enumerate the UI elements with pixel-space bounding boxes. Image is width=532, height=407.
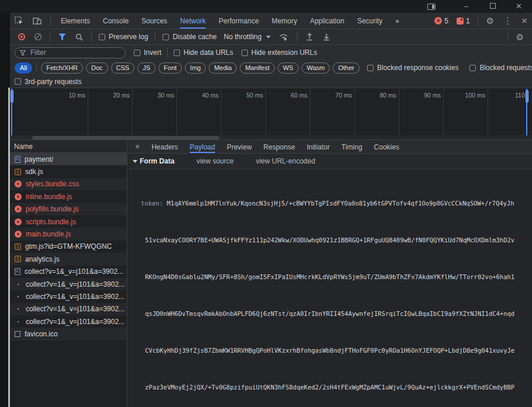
request-row-collect-2[interactable]: collect?v=1&_v=j101&a=3902... xyxy=(10,278,127,290)
console-errors-badge[interactable]: × 5 xyxy=(434,17,448,25)
window-minimize-button[interactable]: – xyxy=(453,0,479,13)
kebab-menu-icon[interactable]: ⋮ xyxy=(503,16,512,25)
request-row-gtm[interactable]: {} gtm.js?id=GTM-KFWQGNC xyxy=(10,241,127,253)
image-icon xyxy=(15,331,20,337)
request-row-styles-bundle[interactable]: × styles.bundle.css xyxy=(10,178,127,190)
request-row-collect-1[interactable]: collect?v=1&_v=j101&a=3902... xyxy=(10,266,127,278)
view-url-encoded-link[interactable]: view URL-encoded xyxy=(256,157,315,165)
chip-fetch-xhr[interactable]: Fetch/XHR xyxy=(41,62,83,74)
request-row-favicon[interactable]: favicon.ico xyxy=(10,328,127,340)
record-network-log-button[interactable] xyxy=(18,33,25,40)
network-overview-timeline[interactable]: 10 ms 20 ms 30 ms 40 ms 50 ms 60 ms 70 m… xyxy=(10,89,532,135)
pixel-dot-icon xyxy=(15,281,22,288)
tab-sources[interactable]: Sources xyxy=(141,17,167,29)
chip-media[interactable]: Media xyxy=(209,62,237,74)
tab-cookies[interactable]: Cookies xyxy=(374,141,399,153)
panel-settings-gear-icon[interactable]: ⚙ xyxy=(516,33,524,41)
chip-font[interactable]: Font xyxy=(158,62,182,74)
timeline-tick: 60 ms xyxy=(266,89,310,135)
tab-preview[interactable]: Preview xyxy=(227,141,252,153)
form-data-section-toggle[interactable]: Form Data xyxy=(133,157,174,165)
network-conditions-icon[interactable] xyxy=(279,33,289,41)
search-icon[interactable] xyxy=(75,33,83,41)
devtools-panel: Elements Console Sources Network Perform… xyxy=(10,13,532,407)
chip-ws[interactable]: WS xyxy=(278,62,299,74)
divider xyxy=(167,48,168,57)
tab-memory[interactable]: Memory xyxy=(272,17,297,29)
timeline-scroll-thumb[interactable] xyxy=(32,136,219,140)
timeline-right-handle[interactable] xyxy=(526,90,528,103)
more-tabs-button[interactable]: » xyxy=(395,17,399,29)
side-panel-icon[interactable] xyxy=(427,4,436,10)
issues-badge[interactable]: 1 xyxy=(457,17,470,25)
tab-headers[interactable]: Headers xyxy=(151,141,178,153)
blocked-response-cookies-label: Blocked response cookies xyxy=(377,64,458,72)
name-column-header[interactable]: Name xyxy=(10,140,127,153)
request-row-collect-4[interactable]: collect?v=1&_v=j101&a=3902... xyxy=(10,303,127,315)
settings-gear-icon[interactable]: ⚙ xyxy=(486,16,494,25)
token-line: token: M1qAY6mmlp1HM7lnYuk/KqoncN3sjHj5/… xyxy=(141,197,532,210)
window-close-button[interactable]: ✕ xyxy=(506,0,532,13)
request-row-scripts-bundle[interactable]: × scripts.bundle.js xyxy=(10,215,127,228)
resource-type-chips: All Fetch/XHR Doc CSS JS Font Img Media … xyxy=(10,60,532,75)
view-source-link[interactable]: view source xyxy=(196,157,233,165)
blocked-requests-checkbox[interactable]: Blocked requests xyxy=(469,64,532,72)
tab-payload[interactable]: Payload xyxy=(190,141,215,153)
request-row-analytics[interactable]: {} analytics.js xyxy=(10,253,127,265)
request-row-sdk[interactable]: {} sdk.js xyxy=(10,165,127,178)
tab-performance[interactable]: Performance xyxy=(219,17,259,29)
form-data-header-row: Form Data view source view URL-encoded xyxy=(128,154,532,169)
filter-funnel-icon[interactable] xyxy=(58,33,66,40)
export-har-icon[interactable] xyxy=(323,33,330,41)
tab-elements[interactable]: Elements xyxy=(61,17,90,29)
document-icon xyxy=(15,268,20,275)
tab-application[interactable]: Application xyxy=(310,17,344,29)
request-row-payment[interactable]: payment/ xyxy=(10,153,127,165)
timeline-grid: 10 ms 20 ms 30 ms 40 ms 50 ms 60 ms 70 m… xyxy=(44,89,532,135)
error-icon: × xyxy=(15,206,22,213)
checkbox-icon xyxy=(367,65,374,71)
timeline-left-handle[interactable] xyxy=(11,90,13,103)
chip-js[interactable]: JS xyxy=(137,62,156,74)
disable-cache-checkbox[interactable]: Disable cache xyxy=(163,33,216,41)
close-detail-icon[interactable]: × xyxy=(135,142,140,151)
tab-network[interactable]: Network xyxy=(180,17,206,29)
chip-all[interactable]: All xyxy=(15,62,32,74)
devtools-close-button[interactable]: × xyxy=(521,16,527,25)
tab-response[interactable]: Response xyxy=(264,141,295,153)
chip-wasm[interactable]: Wasm xyxy=(302,62,330,74)
tab-initiator[interactable]: Initiator xyxy=(307,141,330,153)
request-name: main.bundle.js xyxy=(26,230,71,238)
chip-img[interactable]: Img xyxy=(185,62,206,74)
filter-input[interactable] xyxy=(29,48,111,57)
chip-other[interactable]: Other xyxy=(333,62,360,74)
request-row-collect-5[interactable]: collect?v=1&_v=j101&a=3902... xyxy=(10,315,127,328)
hide-extension-urls-checkbox[interactable]: Hide extension URLs xyxy=(241,48,317,57)
chip-doc[interactable]: Doc xyxy=(86,62,108,74)
invert-checkbox[interactable]: Invert xyxy=(134,48,161,57)
clear-network-log-button[interactable] xyxy=(34,33,42,40)
tab-console[interactable]: Console xyxy=(103,17,129,29)
device-toolbar-icon[interactable] xyxy=(33,17,42,25)
request-row-inline-bundle[interactable]: × inline.bundle.js xyxy=(10,190,127,203)
blocked-response-cookies-checkbox[interactable]: Blocked response cookies xyxy=(367,64,458,72)
throttling-dropdown[interactable]: No throttling xyxy=(224,33,271,41)
third-party-requests-checkbox[interactable]: 3rd-party requests xyxy=(15,78,81,86)
chip-manifest[interactable]: Manifest xyxy=(240,62,275,74)
request-row-main-bundle[interactable]: × main.bundle.js xyxy=(10,228,127,240)
timeline-tick: 10 ms xyxy=(44,89,88,135)
script-icon: {} xyxy=(15,169,21,175)
request-name: styles.bundle.css xyxy=(26,180,79,188)
hide-data-urls-checkbox[interactable]: Hide data URLs xyxy=(174,48,233,57)
window-maximize-button[interactable] xyxy=(479,0,506,13)
import-har-icon[interactable] xyxy=(306,33,313,41)
preserve-log-checkbox[interactable]: Preserve log xyxy=(99,33,148,41)
chip-css[interactable]: CSS xyxy=(111,62,135,74)
request-row-polyfills-bundle[interactable]: × polyfills.bundle.js xyxy=(10,203,127,215)
request-row-collect-3[interactable]: collect?v=1&_v=j101&a=3902... xyxy=(10,290,127,302)
script-icon: {} xyxy=(15,256,21,262)
timeline-scrollbar[interactable] xyxy=(10,135,532,140)
inspect-element-icon[interactable] xyxy=(15,16,23,25)
tab-timing[interactable]: Timing xyxy=(341,141,362,153)
tab-security[interactable]: Security xyxy=(357,17,382,29)
